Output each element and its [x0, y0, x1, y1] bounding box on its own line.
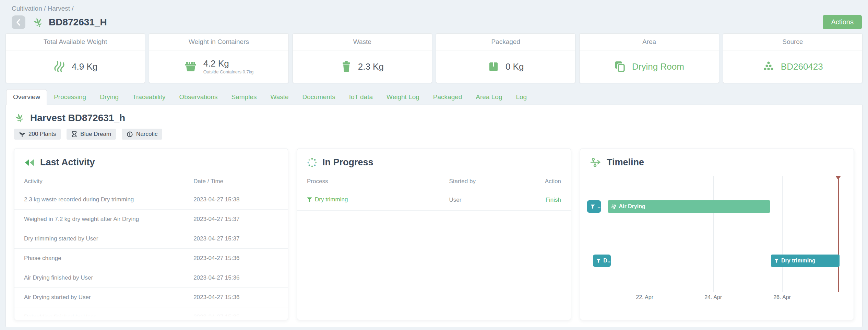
tab-traceability[interactable]: Traceability	[126, 89, 172, 105]
activity-row[interactable]: Weighed in 7.2 kg dry weight after Air D…	[14, 210, 288, 229]
started-by: User	[439, 190, 524, 211]
timeline-chart: 22. Apr 24. Apr 26. Apr ...	[587, 176, 846, 292]
stat-card-total-weight: Total Available Weight 4.9 Kg	[5, 33, 145, 83]
activity-row[interactable]: Air Drying started by User 2023-04-27 15…	[14, 288, 288, 307]
activity-text: Weighed in 7.2 kg dry weight after Air D…	[14, 210, 184, 229]
funnel-icon	[307, 197, 312, 202]
column-header-activity: Activity	[14, 173, 184, 190]
column-header-started-by: Started by	[439, 173, 524, 190]
stat-label: Packaged	[436, 34, 575, 50]
timeline-panel: Timeline 22. Apr 24. Apr 26. Apr ...	[580, 149, 854, 320]
finish-action-link[interactable]: Finish	[546, 197, 561, 203]
activity-datetime: 2023-04-27 15:35	[184, 307, 288, 320]
timeline-bar-air-drying[interactable]: Air Drying	[608, 200, 770, 213]
axis-label: 26. Apr	[773, 294, 791, 300]
tab-overview[interactable]: Overview	[6, 89, 47, 105]
gridline	[713, 176, 714, 292]
activity-row[interactable]: 2.3 kg waste recorded during Dry trimmin…	[14, 190, 288, 210]
tab-samples[interactable]: Samples	[225, 89, 264, 105]
badge-label: Blue Dream	[80, 131, 111, 138]
column-header-action: Action	[524, 173, 571, 190]
bar-label: Dry trimming	[781, 258, 816, 264]
bar-label: Air Drying	[619, 203, 645, 210]
narcotic-icon	[127, 131, 133, 138]
activity-datetime: 2023-04-27 15:37	[184, 210, 288, 229]
plants-count-badge[interactable]: 200 Plants	[14, 129, 61, 140]
activity-datetime: 2023-04-27 15:36	[184, 268, 288, 288]
stat-card-source: Source BD260423	[723, 33, 863, 83]
bar-label: D...	[603, 258, 611, 264]
last-activity-panel: Last Activity Activity Date / Time 2.3 k…	[14, 149, 288, 320]
activity-row[interactable]: Dry trimming started by User 2023-04-27 …	[14, 229, 288, 249]
badge-label: Narcotic	[136, 131, 157, 138]
source-icon	[762, 61, 775, 72]
back-button[interactable]	[12, 15, 25, 29]
tab-area-log[interactable]: Area Log	[469, 89, 509, 105]
activity-row[interactable]: Phase change 2023-04-27 15:36	[14, 249, 288, 268]
process-link[interactable]: Dry trimming	[307, 196, 348, 203]
in-progress-row: Dry trimming User Finish	[297, 190, 571, 211]
stat-label: Area	[580, 34, 718, 50]
timeline-bar-dry-trimming[interactable]: Dry trimming	[771, 255, 840, 267]
container-icon	[184, 61, 197, 72]
strain-icon	[71, 131, 77, 138]
tab-iot-data[interactable]: IoT data	[342, 89, 380, 105]
tab-observations[interactable]: Observations	[173, 89, 225, 105]
narcotic-badge[interactable]: Narcotic	[122, 129, 162, 140]
bar-label: ...	[597, 203, 601, 210]
funnel-icon	[591, 204, 595, 209]
tab-log[interactable]: Log	[509, 89, 534, 105]
funnel-icon	[596, 259, 601, 263]
breadcrumb[interactable]: Cultivation / Harvest /	[12, 5, 862, 12]
activity-text: 2.3 kg waste recorded during Dry trimmin…	[14, 190, 184, 210]
stat-label: Weight in Containers	[149, 34, 288, 50]
harvest-leaf-icon	[14, 113, 25, 123]
timeline-bar-debudding-collapsed[interactable]: D...	[593, 255, 611, 267]
process-label: Dry trimming	[315, 196, 348, 203]
tab-packaged[interactable]: Packaged	[426, 89, 469, 105]
tab-waste[interactable]: Waste	[263, 89, 295, 105]
timeline-bar-collapsed[interactable]: ...	[587, 200, 601, 213]
chevron-left-icon	[16, 19, 21, 26]
stat-card-packaged: Packaged 0 Kg	[436, 33, 575, 83]
actions-button[interactable]: Actions	[823, 15, 862, 29]
tab-processing[interactable]: Processing	[47, 89, 93, 105]
package-icon	[488, 61, 499, 72]
axis-label: 22. Apr	[636, 294, 653, 300]
stat-label: Source	[723, 34, 862, 50]
in-progress-panel: In Progress Process Started by Action	[297, 149, 571, 320]
activity-datetime: 2023-04-27 15:36	[184, 288, 288, 307]
stat-value: 2.3 Kg	[358, 62, 384, 72]
column-header-datetime: Date / Time	[184, 173, 288, 190]
stats-row: Total Available Weight 4.9 Kg Weight in …	[5, 33, 863, 83]
panel-title: Last Activity	[40, 157, 95, 168]
activity-datetime: 2023-04-27 15:38	[184, 190, 288, 210]
activity-datetime: 2023-04-27 15:36	[184, 249, 288, 268]
waves-icon	[611, 204, 616, 209]
stat-value[interactable]: BD260423	[781, 62, 823, 72]
panel-title: Timeline	[607, 157, 644, 168]
tab-bar: Overview Processing Drying Traceability …	[5, 89, 863, 105]
weight-waves-icon	[53, 60, 66, 73]
page-title: BD872631_H	[49, 17, 107, 28]
tab-drying[interactable]: Drying	[93, 89, 126, 105]
strain-badge[interactable]: Blue Dream	[67, 129, 116, 140]
tab-documents[interactable]: Documents	[296, 89, 342, 105]
page-header: Cultivation / Harvest / BD872631_H Actio…	[0, 0, 868, 29]
activity-row[interactable]: Debudding finished by User 2023-04-27 15…	[14, 307, 288, 320]
overview-tab-panel: Harvest BD872631_h 200 Plants Blue Dream	[5, 105, 863, 327]
stat-sub-label: Outside Containers 0.7kg	[203, 69, 254, 74]
stat-value: 0 Kg	[506, 62, 524, 72]
axis-label: 24. Apr	[704, 294, 722, 300]
tab-weight-log[interactable]: Weight Log	[380, 89, 426, 105]
activity-text: Debudding finished by User	[14, 307, 184, 320]
stat-value[interactable]: Drying Room	[632, 62, 684, 72]
badge-label: 200 Plants	[28, 131, 56, 138]
trash-icon	[341, 60, 352, 73]
harvest-leaf-icon	[32, 17, 44, 28]
activity-row[interactable]: Air Drying finished by User 2023-04-27 1…	[14, 268, 288, 288]
harvest-title: Harvest BD872631_h	[30, 113, 125, 123]
stat-label: Total Available Weight	[6, 34, 145, 50]
stat-value: 4.2 Kg	[203, 59, 254, 69]
stat-card-area: Area Drying Room	[579, 33, 719, 83]
